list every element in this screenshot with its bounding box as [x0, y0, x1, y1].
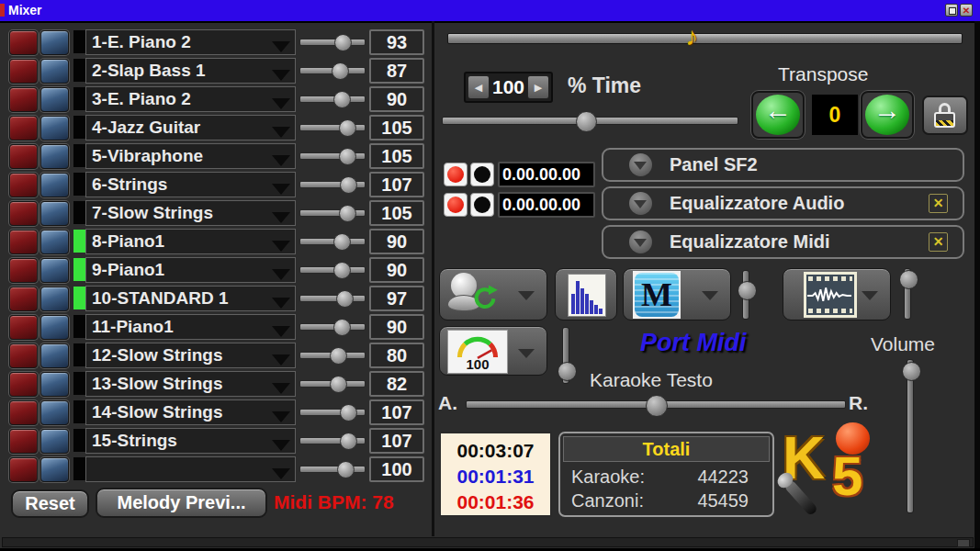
mute-button[interactable] [9, 30, 38, 55]
channel-volume-slider[interactable] [299, 86, 366, 112]
scrollbar-thumb[interactable] [957, 539, 970, 547]
transpose-lock-button[interactable] [922, 96, 968, 135]
instrument-select[interactable]: 2-Slap Bass 1 [85, 58, 296, 84]
mute-button[interactable] [9, 287, 38, 311]
slider-knob[interactable] [340, 176, 357, 194]
channel-volume-slider[interactable] [299, 399, 366, 425]
instrument-select[interactable]: 1-E. Piano 2 [85, 29, 296, 55]
close-window-button[interactable]: ✕ [960, 4, 973, 17]
close-panel-button[interactable]: ✕ [929, 232, 948, 252]
title-bar[interactable]: Mixer ✕ [0, 0, 980, 23]
instrument-select[interactable]: 7-Slow Strings [85, 200, 296, 226]
master-volume-slider[interactable] [902, 359, 919, 513]
speaker-button[interactable] [40, 116, 69, 141]
time-percent-slider[interactable] [442, 109, 738, 131]
expand-panel-button[interactable] [629, 153, 652, 176]
soundbank-sync-button[interactable] [439, 268, 547, 320]
instrument-select[interactable]: 4-Jazz Guitar [85, 115, 296, 141]
mute-button[interactable] [9, 429, 38, 454]
mute-button[interactable] [9, 59, 38, 84]
time-percent-decrease-button[interactable]: ◀ [467, 75, 490, 99]
speaker-button[interactable] [40, 230, 69, 254]
melody-preview-button[interactable]: Melody Previ... [96, 488, 267, 518]
slider-knob[interactable] [558, 362, 577, 381]
slider-knob[interactable] [646, 395, 668, 417]
instrument-select[interactable]: 12-Slow Strings [85, 343, 296, 368]
stop-button[interactable] [470, 163, 494, 186]
slider-knob[interactable] [336, 290, 354, 308]
slider-knob[interactable] [333, 233, 351, 251]
midi-engine-button[interactable]: M [623, 268, 731, 320]
song-position-slider[interactable]: ♪ [447, 33, 963, 44]
channel-volume-slider[interactable] [299, 29, 366, 55]
mute-button[interactable] [9, 400, 38, 425]
slider-knob[interactable] [337, 461, 355, 478]
expand-panel-button[interactable] [629, 192, 652, 215]
speaker-button[interactable] [40, 457, 69, 482]
transpose-up-button[interactable]: → [861, 91, 914, 139]
channel-volume-slider[interactable] [299, 115, 366, 141]
slider-knob[interactable] [339, 205, 356, 222]
channel-volume-slider[interactable] [299, 343, 366, 368]
channel-volume-slider[interactable] [299, 286, 366, 311]
slider-knob[interactable] [333, 91, 351, 108]
instrument-select[interactable]: 3-E. Piano 2 [85, 86, 296, 112]
slider-knob[interactable] [738, 281, 757, 300]
speaker-button[interactable] [40, 30, 69, 55]
record-button[interactable] [444, 193, 467, 217]
karaoke-balance-slider[interactable] [466, 395, 846, 417]
channel-volume-slider[interactable] [299, 58, 366, 84]
horizontal-scrollbar[interactable] [2, 537, 974, 547]
channel-volume-slider[interactable] [299, 200, 366, 226]
slider-knob[interactable] [339, 119, 356, 137]
bpm-gauge-button[interactable]: 100 [439, 326, 547, 376]
instrument-select[interactable]: 14-Slow Strings [85, 399, 296, 425]
speaker-button[interactable] [40, 258, 69, 283]
instrument-select[interactable]: 13-Slow Strings [85, 371, 296, 397]
slider-knob[interactable] [902, 362, 921, 381]
speaker-button[interactable] [40, 315, 69, 340]
mute-button[interactable] [9, 173, 38, 197]
channel-volume-slider[interactable] [299, 428, 366, 454]
speaker-button[interactable] [40, 287, 69, 311]
speaker-button[interactable] [40, 400, 69, 425]
speaker-button[interactable] [40, 201, 69, 226]
mute-button[interactable] [9, 343, 38, 368]
reset-button[interactable]: Reset [11, 489, 89, 518]
slider-knob[interactable] [332, 62, 349, 80]
slider-knob[interactable] [333, 319, 351, 336]
channel-volume-slider[interactable] [299, 456, 366, 482]
speaker-button[interactable] [40, 59, 69, 84]
speaker-button[interactable] [40, 429, 69, 454]
slider-knob[interactable] [899, 270, 918, 289]
instrument-select[interactable]: 15-Strings [85, 428, 296, 454]
slider-knob[interactable] [340, 433, 357, 450]
instrument-select[interactable] [85, 456, 296, 482]
speaker-button[interactable] [40, 87, 69, 112]
slider-knob[interactable] [576, 111, 597, 132]
slider-knob[interactable] [334, 34, 352, 51]
slider-knob[interactable] [330, 347, 347, 365]
slider-knob[interactable] [340, 404, 357, 422]
close-panel-button[interactable]: ✕ [929, 194, 948, 213]
channel-volume-slider[interactable] [299, 314, 366, 340]
instrument-select[interactable]: 5-Vibraphone [85, 143, 296, 169]
mute-button[interactable] [9, 258, 38, 283]
stop-button[interactable] [470, 193, 494, 217]
speaker-button[interactable] [40, 173, 69, 197]
record-button[interactable] [444, 163, 467, 186]
mute-button[interactable] [9, 457, 38, 482]
mute-button[interactable] [9, 116, 38, 141]
channel-volume-slider[interactable] [299, 143, 366, 169]
time-percent-increase-button[interactable]: ▶ [527, 75, 549, 99]
speaker-button[interactable] [40, 343, 69, 368]
speaker-button[interactable] [40, 144, 69, 169]
instrument-select[interactable]: 8-Piano1 [85, 229, 296, 254]
midi-level-slider[interactable] [738, 270, 755, 320]
channel-volume-slider[interactable] [299, 257, 366, 283]
instrument-select[interactable]: 6-Strings [85, 172, 296, 197]
channel-volume-slider[interactable] [299, 229, 366, 254]
mute-button[interactable] [9, 201, 38, 226]
slider-knob[interactable] [339, 148, 356, 165]
slider-knob[interactable] [333, 262, 351, 279]
